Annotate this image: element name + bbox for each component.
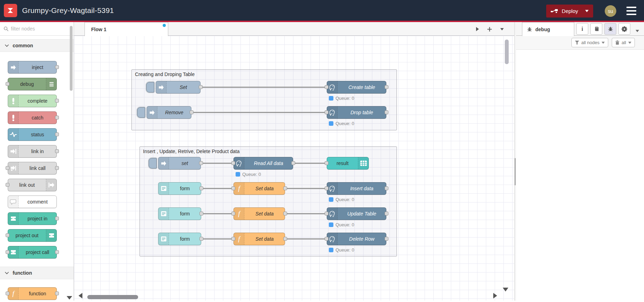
node-port-output[interactable]: [190, 110, 194, 114]
inject-trigger-button[interactable]: [149, 158, 157, 169]
node-port-output[interactable]: [55, 65, 59, 69]
node-port-output[interactable]: [199, 212, 203, 215]
palette-node-status[interactable]: status: [8, 128, 57, 141]
palette-category-function[interactable]: function: [0, 267, 74, 279]
palette-node-inject[interactable]: inject: [8, 61, 57, 74]
sidebar-help-button[interactable]: [590, 23, 602, 35]
flow-node-drop-table[interactable]: Drop table: [327, 106, 386, 119]
node-port-output[interactable]: [283, 212, 287, 215]
flow-node-form[interactable]: form: [158, 182, 201, 195]
palette-node-project-call[interactable]: project call: [8, 246, 57, 259]
node-port-output[interactable]: [55, 116, 59, 119]
canvas-hscrollbar-thumb[interactable]: [87, 295, 138, 299]
sidebar-info-button[interactable]: i: [576, 23, 588, 35]
node-port-output[interactable]: [55, 132, 59, 136]
flow-canvas[interactable]: Creating and Droping TableInsert , Updat…: [74, 36, 514, 301]
node-port-output[interactable]: [283, 237, 287, 241]
node-port-input[interactable]: [325, 237, 328, 241]
node-port-input[interactable]: [325, 161, 328, 165]
canvas-vscrollbar-thumb[interactable]: [505, 40, 509, 64]
node-port-input[interactable]: [325, 212, 328, 215]
debug-filter-button[interactable]: all nodes: [571, 38, 608, 47]
palette-node-catch[interactable]: catch: [8, 111, 57, 124]
node-port-output[interactable]: [199, 237, 203, 241]
flow-node-set-data[interactable]: fSet data: [233, 182, 285, 195]
flow-node-result[interactable]: result: [327, 157, 369, 170]
flow-list-caret-icon[interactable]: [498, 26, 506, 33]
node-port-output[interactable]: [199, 85, 203, 89]
sidebar-tabs-caret-icon[interactable]: [636, 27, 639, 34]
flow-node-read-all-data[interactable]: Read All data: [233, 157, 293, 170]
node-port-input[interactable]: [6, 166, 9, 170]
palette-node-function[interactable]: ffunction: [8, 287, 57, 300]
inject-trigger-button[interactable]: [137, 107, 145, 118]
node-port-input[interactable]: [325, 186, 328, 190]
node-port-input[interactable]: [6, 82, 9, 86]
node-port-output[interactable]: [55, 99, 59, 103]
node-port-input[interactable]: [231, 237, 235, 241]
node-port-output[interactable]: [283, 186, 287, 190]
node-port-output[interactable]: [385, 186, 388, 190]
palette-node-link-out[interactable]: link out: [8, 179, 57, 191]
flow-node-set-data[interactable]: fSet data: [233, 207, 285, 220]
deploy-button[interactable]: Deploy: [546, 5, 593, 18]
sidebar-config-button[interactable]: [618, 23, 630, 35]
palette-scrollbar-thumb[interactable]: [70, 26, 73, 91]
palette-node-complete[interactable]: complete: [8, 95, 57, 107]
node-port-input[interactable]: [231, 212, 235, 215]
flow-node-update-table[interactable]: Update Table: [327, 207, 386, 220]
flow-node-form[interactable]: form: [158, 207, 201, 220]
node-port-output[interactable]: [55, 149, 59, 153]
flow-node-remove[interactable]: Remove: [147, 106, 191, 119]
flow-node-insert-data[interactable]: Insert data: [327, 182, 386, 195]
add-flow-button[interactable]: [486, 26, 493, 33]
node-port-input[interactable]: [231, 161, 235, 165]
node-port-input[interactable]: [6, 250, 9, 254]
flow-node-set-data[interactable]: fSet data: [233, 233, 285, 245]
node-port-output[interactable]: [291, 161, 295, 165]
node-port-output[interactable]: [55, 166, 59, 170]
node-port-input[interactable]: [325, 85, 328, 89]
palette-node-link-call[interactable]: link call: [8, 162, 57, 174]
divider-handle[interactable]: [515, 158, 516, 185]
palette-node-link-in[interactable]: link in: [8, 145, 57, 158]
node-port-output[interactable]: [385, 237, 388, 241]
palette-scroll-down-icon[interactable]: [67, 296, 72, 300]
tab-scroll-right-icon[interactable]: [474, 26, 481, 33]
inject-trigger-button[interactable]: [146, 82, 154, 92]
node-port-output[interactable]: [55, 250, 59, 254]
flow-node-set[interactable]: Set: [156, 81, 201, 94]
tab-flow-1[interactable]: Flow 1: [84, 22, 168, 36]
node-port-output[interactable]: [55, 217, 59, 220]
node-port-output[interactable]: [199, 186, 203, 190]
canvas-scroll-down-icon[interactable]: [503, 288, 508, 291]
node-port-input[interactable]: [6, 233, 9, 237]
node-port-input[interactable]: [6, 291, 9, 295]
node-port-output[interactable]: [199, 161, 203, 165]
debug-clear-button[interactable]: all: [612, 38, 635, 47]
palette-category-common[interactable]: common: [0, 39, 74, 52]
node-port-input[interactable]: [231, 186, 235, 190]
palette-node-project-out[interactable]: project out: [8, 229, 57, 242]
user-avatar[interactable]: su: [605, 5, 616, 17]
node-port-input[interactable]: [325, 110, 328, 114]
main-menu-button[interactable]: [626, 7, 636, 15]
flow-node-create-table[interactable]: Create table: [327, 81, 386, 94]
deploy-options-caret-icon[interactable]: [585, 10, 589, 12]
canvas-scroll-left-icon[interactable]: [79, 293, 82, 298]
sidebar-debug-button[interactable]: [604, 23, 616, 35]
palette-node-comment[interactable]: comment: [8, 195, 57, 208]
node-port-output[interactable]: [385, 212, 388, 215]
node-port-output[interactable]: [385, 110, 388, 114]
node-port-input[interactable]: [6, 183, 9, 187]
palette-node-debug[interactable]: debug: [8, 78, 57, 90]
flow-node-delete-row[interactable]: Delete Row: [327, 233, 386, 245]
palette-filter-input[interactable]: [11, 26, 60, 32]
tab-debug[interactable]: debug: [522, 22, 574, 36]
node-port-output[interactable]: [385, 85, 388, 89]
flow-node-form[interactable]: form: [158, 233, 201, 245]
palette-node-project-in[interactable]: project in: [8, 212, 57, 225]
flow-node-set[interactable]: set: [158, 157, 201, 170]
canvas-scroll-right-icon[interactable]: [493, 293, 497, 298]
node-port-output[interactable]: [55, 291, 59, 295]
